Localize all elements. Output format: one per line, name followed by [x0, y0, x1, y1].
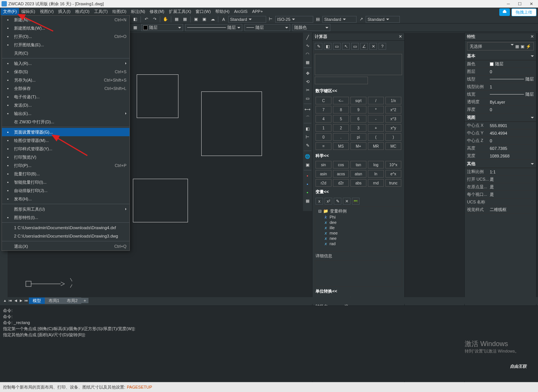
- variable-item[interactable]: xnee: [318, 236, 399, 241]
- line-icon[interactable]: ╱: [304, 33, 311, 41]
- prop-row[interactable]: 打开 UCS...是: [465, 176, 536, 183]
- calc-sci-acos[interactable]: acos: [333, 170, 349, 178]
- prop-row[interactable]: 中心点 Z0: [465, 137, 536, 145]
- dim-linear-icon[interactable]: ⊢: [304, 133, 311, 141]
- file-menu-item[interactable]: ▪打印预览(V): [2, 153, 129, 161]
- file-menu-item[interactable]: 图形实用工具(U): [2, 205, 129, 213]
- file-menu-item[interactable]: ▪打印(P)...Ctrl+P: [2, 161, 129, 170]
- tool-icon[interactable]: ◧: [131, 16, 139, 23]
- tab-nav-first-icon[interactable]: ⏮: [8, 298, 13, 303]
- file-menu-item[interactable]: ▪图形特性(I)...: [2, 213, 129, 222]
- var-tool-icon[interactable]: x: [316, 198, 323, 205]
- close-button[interactable]: ✕: [526, 0, 536, 7]
- color-icon[interactable]: ▪: [304, 189, 311, 196]
- calc-key-M+[interactable]: M+: [350, 142, 366, 150]
- calc-sci-rnd[interactable]: rnd: [368, 179, 384, 187]
- mleader-style-dropdown[interactable]: Standard: [366, 16, 400, 23]
- file-menu-item[interactable]: 在 ZW3D 中打开(D)...: [2, 118, 129, 126]
- calc-key-=[interactable]: =: [316, 142, 331, 150]
- calc-sci-r2d[interactable]: r2d: [316, 179, 331, 187]
- prop-row[interactable]: 透明度ByLayer: [465, 98, 536, 106]
- calc-key-7[interactable]: 7: [316, 106, 331, 113]
- file-menu-item[interactable]: ▪发送(D)...: [2, 101, 129, 109]
- rectangle-shape[interactable]: [137, 74, 178, 118]
- prop-row[interactable]: 在原点显...是: [465, 183, 536, 191]
- text-style-icon[interactable]: A: [220, 16, 227, 23]
- add-tab-button[interactable]: +: [81, 298, 88, 303]
- variable-item[interactable]: xmee: [318, 230, 399, 236]
- prop-row[interactable]: 每个视口...是: [465, 191, 536, 198]
- var-header[interactable]: 变量<<: [312, 187, 404, 196]
- calc-sci-abs[interactable]: abs: [350, 179, 366, 187]
- rotate-icon[interactable]: ⟲: [304, 78, 311, 85]
- file-menu-item[interactable]: ▪打开(O)...Ctrl+O: [2, 32, 129, 41]
- prop-row[interactable]: 注释比例1:1: [465, 168, 536, 176]
- calc-key-C[interactable]: C: [316, 97, 331, 104]
- prop-row[interactable]: 中心点 Y450.4994: [465, 129, 536, 137]
- layer-manager-icon[interactable]: ▦: [131, 24, 139, 31]
- annotate-icon[interactable]: ✎: [304, 142, 311, 149]
- file-menu-item[interactable]: ▪保存(S)Ctrl+S: [2, 68, 129, 76]
- file-menu-item[interactable]: ▪绘图仪管理器(M)...: [2, 136, 129, 145]
- prop-section-header[interactable]: 其他: [465, 160, 536, 168]
- toggle-icon[interactable]: ⚡: [526, 44, 531, 49]
- calc-sci-tan[interactable]: tan: [350, 161, 366, 168]
- calc-key-2[interactable]: 2: [333, 124, 349, 132]
- upload-button[interactable]: 拖拽上传: [511, 8, 536, 16]
- undo-icon[interactable]: ↶: [142, 16, 150, 23]
- file-menu-item[interactable]: 退出(X)Ctrl+Q: [2, 242, 129, 250]
- file-menu-item[interactable]: ▪输出(E)...: [2, 109, 129, 118]
- calc-clear-icon[interactable]: ✎: [315, 43, 322, 50]
- calc-key--[interactable]: -: [368, 115, 384, 123]
- variable-item[interactable]: kPhi: [318, 214, 399, 220]
- dropdown-arrow-icon[interactable]: [511, 44, 514, 46]
- prop-row[interactable]: 宽度1089.2668: [465, 152, 536, 160]
- layer-icon[interactable]: ▦: [181, 16, 189, 23]
- file-menu-item[interactable]: ▪发布(H)...: [2, 195, 129, 203]
- quickselect-icon[interactable]: ▦: [515, 44, 519, 49]
- selectobj-icon[interactable]: ▣: [521, 44, 524, 49]
- var-tool-icon[interactable]: x²: [325, 198, 332, 205]
- calc-key-<--[interactable]: <--: [333, 97, 349, 104]
- file-menu-item[interactable]: 2 C:\Users\admin\Documents\Downloads\Dra…: [2, 232, 129, 240]
- prop-row[interactable]: 线宽随层: [465, 91, 536, 98]
- color-icon[interactable]: ▪: [304, 180, 311, 188]
- prop-row[interactable]: UCS 名称: [465, 198, 536, 206]
- menu-n[interactable]: 标注(N): [129, 8, 147, 15]
- calc-tool-icon[interactable]: ▭: [333, 43, 341, 50]
- layout-tab[interactable]: 布局2: [63, 298, 81, 304]
- calc-sci-sin[interactable]: sin: [316, 161, 331, 168]
- prop-row[interactable]: 线型随层: [465, 76, 536, 83]
- panel-close-icon[interactable]: ✕: [530, 34, 534, 39]
- file-menu-item[interactable]: ▪全部保存Ctrl+Shift+L: [2, 84, 129, 93]
- maximize-button[interactable]: ☐: [514, 0, 525, 7]
- mleader-style-icon[interactable]: ↗: [357, 16, 365, 23]
- block-icon[interactable]: ▣: [192, 16, 200, 23]
- menu-d[interactable]: 绘图(D): [110, 8, 129, 15]
- minimize-button[interactable]: ─: [503, 0, 514, 7]
- grid-icon[interactable]: ▦: [304, 197, 311, 205]
- menu-app[interactable]: APP+: [250, 8, 265, 14]
- calc-help-icon[interactable]: ?: [379, 43, 386, 50]
- calc-key-/[interactable]: /: [368, 97, 384, 104]
- prop-row[interactable]: 图层0: [465, 68, 536, 76]
- cloud-icon[interactable]: [499, 8, 510, 16]
- unit-header[interactable]: 单位转换<<: [312, 287, 404, 296]
- var-calc-icon[interactable]: 📟: [352, 198, 360, 205]
- layout-tab[interactable]: 模型: [29, 298, 45, 304]
- calc-key-6[interactable]: 6: [350, 115, 366, 123]
- move-icon[interactable]: ✥: [304, 69, 311, 77]
- menu-e[interactable]: 编辑(E): [19, 8, 38, 15]
- calc-tool-icon[interactable]: ▭: [351, 43, 359, 50]
- calc-sci-10^x[interactable]: 10^x: [385, 161, 401, 168]
- lineweight-dropdown[interactable]: 随层: [245, 24, 290, 31]
- pan-icon[interactable]: ✋: [162, 16, 169, 23]
- file-menu-item[interactable]: ▪另存为(A)...Ctrl+Shift+S: [2, 76, 129, 84]
- prop-section-header[interactable]: 视图: [465, 113, 536, 122]
- layout-tab[interactable]: 布局1: [45, 298, 63, 304]
- calc-key-1[interactable]: 1: [316, 124, 331, 132]
- selection-dropdown[interactable]: 无选择 ▦ ▣ ⚡: [467, 42, 534, 50]
- calc-key-4[interactable]: 4: [316, 115, 331, 123]
- calc-sci-atan[interactable]: atan: [350, 170, 366, 178]
- arc-icon[interactable]: ◠: [304, 50, 311, 58]
